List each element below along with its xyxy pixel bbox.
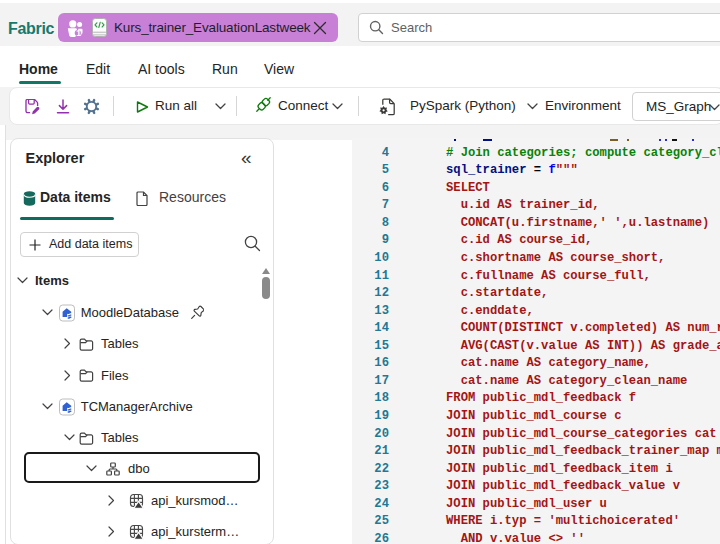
svg-text:1: 1 bbox=[76, 28, 81, 37]
